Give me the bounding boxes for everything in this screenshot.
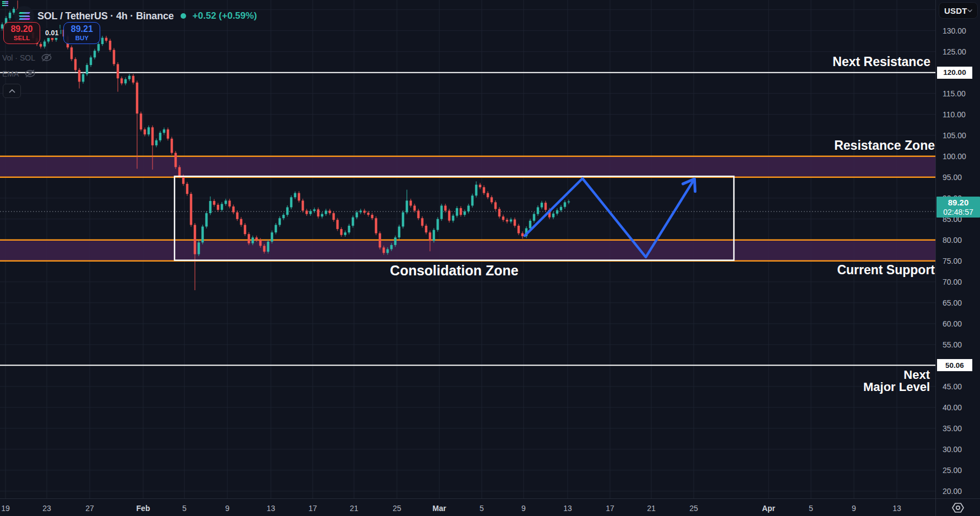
annotation-current-support[interactable]: Current Support (837, 263, 935, 278)
tradingview-chart-window: SOL / TetherUS · 4h · Binance +0.52 (+0.… (0, 0, 980, 516)
price-tick: 20.00 (936, 487, 980, 496)
collapse-panel-button[interactable] (3, 84, 21, 98)
time-tick: 9 (852, 504, 856, 513)
price-tick: 35.00 (936, 424, 980, 433)
last-price-label: 89.20 02:48:57 (937, 197, 980, 218)
sell-price: 89.20 (10, 24, 32, 34)
eye-hidden-icon[interactable] (24, 69, 36, 78)
buy-button[interactable]: 89.21 BUY (63, 22, 100, 44)
price-level-label-120: 120.00 (937, 67, 972, 79)
ema-indicator-legend: EMA (2, 69, 36, 78)
ema-indicator-label[interactable]: EMA (2, 69, 19, 78)
time-tick: Feb (137, 504, 150, 513)
time-tick: 5 (182, 504, 187, 513)
time-tick: 9 (521, 504, 526, 513)
time-tick: 21 (350, 504, 358, 513)
chevron-up-icon (9, 89, 15, 93)
price-tick: 110.00 (936, 110, 980, 119)
buy-price: 89.21 (71, 24, 93, 34)
time-axis[interactable]: 192327Feb5913172125Mar5913172125Apr5913 (0, 498, 935, 516)
chart-canvas[interactable] (0, 0, 935, 498)
price-tick: 30.00 (936, 445, 980, 454)
price-tick: 60.00 (936, 319, 980, 328)
time-tick: 25 (393, 504, 401, 513)
time-tick: 5 (480, 504, 484, 513)
time-tick: 17 (308, 504, 317, 513)
time-tick: 27 (85, 504, 94, 513)
menu-icon[interactable] (2, 1, 8, 7)
buy-label: BUY (75, 35, 89, 42)
last-price-value: 89.20 (948, 198, 969, 208)
bar-countdown: 02:48:57 (943, 208, 973, 217)
axis-settings-corner[interactable] (935, 498, 980, 516)
price-tick: 40.00 (936, 403, 980, 412)
currency-label: USDT (944, 6, 967, 15)
price-tick: 75.00 (936, 257, 980, 265)
time-tick: 13 (563, 504, 572, 513)
annotation-next-resistance[interactable]: Next Resistance (832, 55, 930, 69)
trade-buttons: 89.20 SELL 0.01 89.21 BUY (3, 22, 100, 44)
price-tick: 115.00 (936, 89, 980, 98)
time-tick: 25 (689, 504, 698, 513)
price-tick: 65.00 (936, 298, 980, 307)
time-tick: Mar (433, 504, 447, 513)
price-tick: 55.00 (936, 340, 980, 349)
market-status-dot-icon (181, 13, 186, 19)
eye-hidden-icon[interactable] (40, 53, 53, 62)
time-tick: 9 (225, 504, 230, 513)
annotation-next-major-line2: Major Level (863, 381, 930, 393)
price-tick: 80.00 (936, 236, 980, 245)
price-tick: 105.00 (936, 131, 980, 140)
price-tick: 70.00 (936, 278, 980, 286)
time-tick: 23 (42, 504, 51, 513)
time-tick: 13 (892, 504, 901, 513)
annotation-resistance-zone[interactable]: Resistance Zone (834, 138, 935, 153)
spread-value: 0.01 (43, 28, 61, 38)
annotation-next-major-level[interactable]: Next Major Level (863, 369, 930, 393)
volume-indicator-label[interactable]: Vol · SOL (2, 53, 35, 62)
price-tick: 100.00 (936, 152, 980, 161)
symbol-title[interactable]: SOL / TetherUS · 4h · Binance (37, 10, 174, 22)
volume-indicator-legend: Vol · SOL (2, 53, 53, 62)
chevron-down-icon (967, 9, 972, 13)
sell-button[interactable]: 89.20 SELL (3, 22, 40, 44)
time-tick: 17 (606, 504, 614, 513)
hexagon-settings-icon (951, 502, 965, 514)
price-axis[interactable]: 120.00 50.06 89.20 02:48:57 135.00130.00… (935, 0, 980, 498)
time-tick: 5 (809, 504, 813, 513)
price-tick: 130.00 (936, 26, 980, 35)
price-tick: 45.00 (936, 382, 980, 391)
annotation-next-major-line1: Next (863, 369, 930, 381)
time-tick: Apr (762, 504, 775, 513)
price-level-label-50: 50.06 (937, 359, 972, 371)
price-change: +0.52 (+0.59%) (193, 10, 257, 21)
annotation-consolidation-zone[interactable]: Consolidation Zone (390, 263, 518, 279)
time-tick: 13 (266, 504, 275, 513)
price-tick: 95.00 (936, 173, 980, 182)
price-tick: 25.00 (936, 466, 980, 475)
time-tick: 21 (647, 504, 656, 513)
time-tick: 19 (1, 504, 10, 513)
price-tick: 125.00 (936, 47, 980, 56)
currency-dropdown[interactable]: USDT (939, 2, 978, 19)
sell-label: SELL (14, 35, 30, 42)
